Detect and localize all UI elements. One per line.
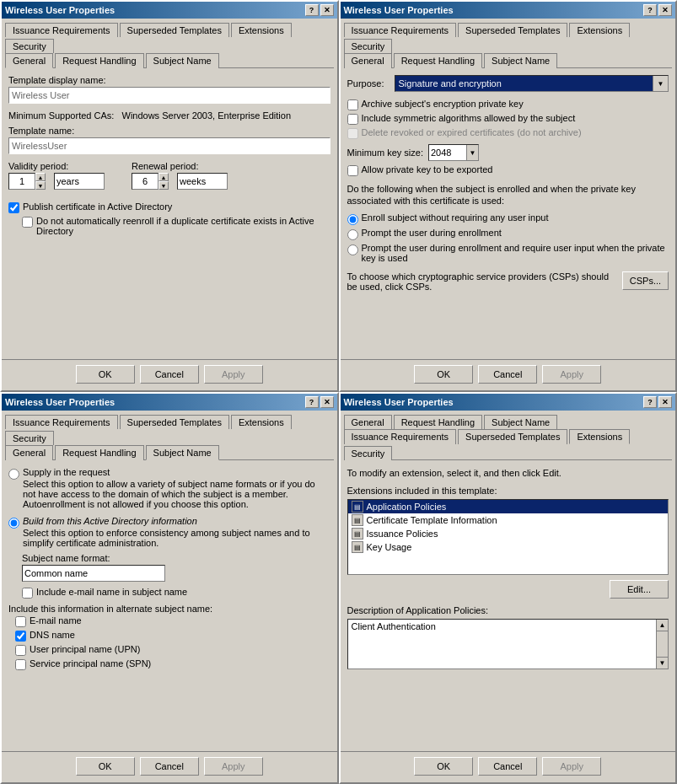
- include-sym-checkbox[interactable]: [347, 114, 358, 125]
- tab-security-br[interactable]: Security: [344, 446, 393, 460]
- tab-issuance-br[interactable]: Issuance Requirements: [344, 429, 457, 444]
- ext-icon-app: ▤: [352, 501, 363, 513]
- ext-issuance[interactable]: ▤ Issuance Policies: [348, 527, 669, 540]
- cancel-btn-tl[interactable]: Cancel: [140, 365, 199, 384]
- no-auto-reenroll-checkbox[interactable]: [22, 217, 33, 228]
- alt-subject-group: Include this information in alternate su…: [8, 604, 330, 670]
- purpose-dropdown[interactable]: Signature and encryption ▼: [395, 75, 669, 92]
- cancel-btn-tr[interactable]: Cancel: [478, 365, 537, 384]
- tab-general-br[interactable]: General: [344, 415, 392, 429]
- help-btn-tl[interactable]: ?: [305, 4, 319, 16]
- apply-btn-bl[interactable]: Apply: [204, 757, 263, 776]
- close-btn-br[interactable]: ✕: [658, 396, 672, 408]
- tab-extensions-tl[interactable]: Extensions: [231, 23, 292, 37]
- tab-subject-tl[interactable]: Subject Name: [146, 53, 219, 68]
- validity-unit-select[interactable]: years: [54, 173, 105, 190]
- extensions-listbox[interactable]: ▤ Application Policies ▤ Certificate Tem…: [347, 499, 669, 575]
- tab-superseded-br[interactable]: Superseded Templates: [458, 429, 567, 444]
- template-display-name-group: Template display name:: [8, 75, 330, 104]
- dialog-top-left: Wireless User Properties ? ✕ Issuance Re…: [0, 0, 339, 392]
- build-label: Build from this Active Directory informa…: [23, 516, 197, 526]
- include-sym-row: Include symmetric algorithms allowed by …: [347, 113, 669, 125]
- tab-issuance-tl[interactable]: Issuance Requirements: [5, 23, 118, 37]
- spn-checkbox[interactable]: [15, 659, 26, 670]
- tab-issuance-bl[interactable]: Issuance Requirements: [5, 415, 118, 429]
- template-display-input[interactable]: [8, 87, 330, 104]
- validity-up[interactable]: ▲: [35, 173, 46, 181]
- email-name-row: E-mail name: [15, 615, 330, 627]
- ext-app-policies[interactable]: ▤ Application Policies: [348, 500, 669, 513]
- dialog-bottom-left: Wireless User Properties ? ✕ Issuance Re…: [0, 392, 339, 784]
- help-btn-br[interactable]: ?: [643, 396, 657, 408]
- tab-general-tr[interactable]: General: [344, 53, 392, 68]
- tab-extensions-br[interactable]: Extensions: [569, 429, 630, 444]
- dns-name-checkbox[interactable]: [15, 631, 26, 642]
- tab-superseded-bl[interactable]: Superseded Templates: [120, 415, 229, 429]
- tab-issuance-tr[interactable]: Issuance Requirements: [344, 23, 457, 37]
- tab-security-bl[interactable]: Security: [5, 431, 54, 445]
- validity-down[interactable]: ▼: [35, 181, 46, 190]
- close-btn-tr[interactable]: ✕: [658, 4, 672, 16]
- scrollbar: ▲ ▼: [656, 620, 668, 669]
- tab-superseded-tl[interactable]: Superseded Templates: [120, 23, 229, 37]
- radio3-row: Prompt the user during enrollment and re…: [347, 243, 669, 263]
- ext-cert-template[interactable]: ▤ Certificate Template Information: [348, 513, 669, 527]
- tab-general-bl[interactable]: General: [5, 445, 53, 460]
- tab-subject-br[interactable]: Subject Name: [484, 415, 557, 429]
- tab-extensions-bl[interactable]: Extensions: [231, 415, 292, 429]
- validity-group: Validity period: 1 ▲ ▼ years: [8, 161, 105, 193]
- tab-request-bl[interactable]: Request Handling: [55, 445, 143, 460]
- help-btn-bl[interactable]: ?: [305, 396, 319, 408]
- ok-btn-tr[interactable]: OK: [414, 365, 473, 384]
- ok-btn-bl[interactable]: OK: [76, 757, 135, 776]
- tab-extensions-tr[interactable]: Extensions: [569, 23, 630, 37]
- ext-key-usage[interactable]: ▤ Key Usage: [348, 540, 669, 554]
- radio-supply[interactable]: [8, 469, 19, 480]
- cancel-btn-bl[interactable]: Cancel: [140, 757, 199, 776]
- archive-checkbox[interactable]: [347, 99, 358, 110]
- renewal-down[interactable]: ▼: [159, 181, 169, 190]
- help-btn-tr[interactable]: ?: [643, 4, 657, 16]
- tab-security-tr[interactable]: Security: [344, 39, 393, 53]
- tab-subject-bl[interactable]: Subject Name: [146, 445, 219, 460]
- radio-enroll-auto[interactable]: [347, 214, 358, 225]
- publish-cert-checkbox[interactable]: [8, 202, 19, 213]
- include-email-checkbox[interactable]: [22, 588, 33, 599]
- renewal-up[interactable]: ▲: [159, 173, 169, 181]
- ok-btn-br[interactable]: OK: [414, 757, 473, 776]
- ok-btn-tl[interactable]: OK: [76, 365, 135, 384]
- validity-inputs: 1 ▲ ▼ years: [8, 173, 105, 190]
- email-name-checkbox[interactable]: [15, 616, 26, 627]
- delete-revoked-checkbox[interactable]: [347, 128, 358, 139]
- csp-btn[interactable]: CSPs...: [622, 271, 669, 290]
- tab-request-tr[interactable]: Request Handling: [394, 53, 482, 68]
- close-btn-bl[interactable]: ✕: [320, 396, 334, 408]
- edit-btn[interactable]: Edit...: [610, 580, 669, 599]
- upn-checkbox[interactable]: [15, 645, 26, 656]
- key-size-value: 2048: [431, 148, 451, 158]
- tab-general-tl[interactable]: General: [5, 53, 53, 68]
- tab-request-tl[interactable]: Request Handling: [55, 53, 143, 68]
- apply-btn-tr[interactable]: Apply: [542, 365, 601, 384]
- renewal-unit-select[interactable]: weeks: [177, 173, 228, 190]
- apply-btn-br[interactable]: Apply: [542, 757, 601, 776]
- radio-build[interactable]: [8, 518, 19, 529]
- cancel-btn-br[interactable]: Cancel: [478, 757, 537, 776]
- tab-security-tl[interactable]: Security: [5, 39, 54, 53]
- purpose-value: Signature and encryption: [399, 78, 502, 89]
- build-desc: Select this option to enforce consistenc…: [23, 528, 330, 548]
- supply-radio-row: Supply in the request Select this option…: [8, 467, 330, 509]
- tab-subject-tr[interactable]: Subject Name: [484, 53, 557, 68]
- dns-name-row: DNS name: [15, 630, 330, 642]
- key-size-dropdown[interactable]: 2048 ▼: [428, 144, 479, 161]
- close-btn-tl[interactable]: ✕: [320, 4, 334, 16]
- template-name-input[interactable]: [8, 137, 330, 154]
- tabs-row2-bl: General Request Handling Subject Name: [2, 444, 337, 459]
- subject-format-select[interactable]: Common name: [22, 565, 165, 582]
- apply-btn-tl[interactable]: Apply: [204, 365, 263, 384]
- radio-prompt-enroll[interactable]: [347, 229, 358, 240]
- radio-prompt-key[interactable]: [347, 244, 358, 255]
- tab-request-br[interactable]: Request Handling: [394, 415, 482, 429]
- allow-export-checkbox[interactable]: [347, 165, 358, 176]
- tab-superseded-tr[interactable]: Superseded Templates: [458, 23, 567, 37]
